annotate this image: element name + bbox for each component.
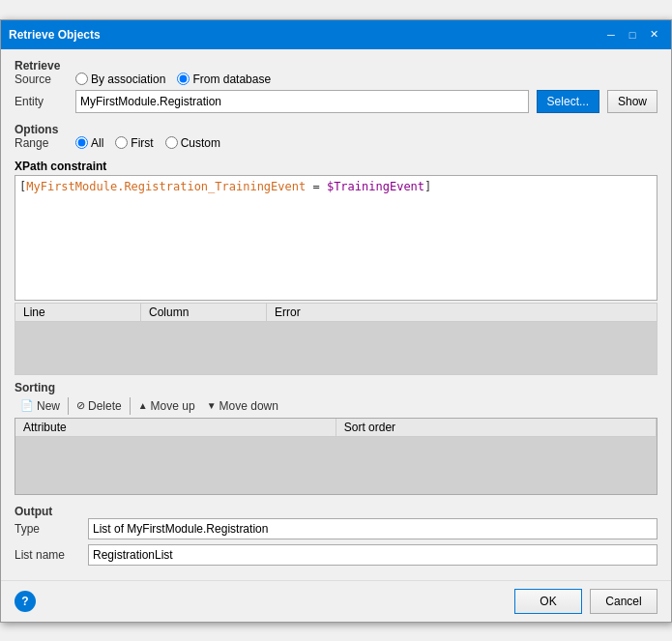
toolbar-separator-1 <box>68 397 69 415</box>
custom-radio[interactable] <box>165 136 178 149</box>
from-database-radio[interactable] <box>177 73 190 85</box>
all-radio[interactable] <box>75 136 88 149</box>
cancel-button[interactable]: Cancel <box>590 589 657 614</box>
type-input[interactable] <box>88 518 657 539</box>
sort-table-container: Attribute Sort order <box>15 418 657 495</box>
options-section-label: Options <box>15 123 657 136</box>
sorting-section: Sorting 📄 New ⊘ Delete ▲ Move up ▼ <box>15 381 657 495</box>
column-col-header: Column <box>141 303 267 321</box>
retrieve-section: Retrieve Source By association From data… <box>15 59 657 117</box>
range-radio-group: All First Custom <box>75 136 220 150</box>
list-name-label: List name <box>15 548 80 562</box>
xpath-section-label: XPath constraint <box>15 160 657 173</box>
new-button[interactable]: 📄 New <box>15 397 66 415</box>
error-table-container: Line Column Error <box>15 303 657 375</box>
move-up-label: Move up <box>151 399 195 413</box>
entity-input[interactable] <box>75 90 529 113</box>
sorting-section-label: Sorting <box>15 381 657 394</box>
move-down-label: Move down <box>219 399 278 413</box>
error-col-header: Error <box>267 303 657 321</box>
footer-buttons: OK Cancel <box>514 589 657 614</box>
delete-icon: ⊘ <box>76 399 85 412</box>
delete-button[interactable]: ⊘ Delete <box>71 397 128 415</box>
move-up-button[interactable]: ▲ Move up <box>132 397 201 415</box>
attribute-col-header: Attribute <box>15 419 336 437</box>
xpath-bracket-close: ] <box>424 180 431 193</box>
error-table-header: Line Column Error <box>15 303 657 322</box>
output-section: Output Type List name <box>15 505 657 570</box>
type-label: Type <box>15 522 80 536</box>
type-row: Type <box>15 518 657 539</box>
close-button[interactable]: ✕ <box>644 26 663 44</box>
title-bar: Retrieve Objects ─ □ ✕ <box>1 20 671 49</box>
minimize-button[interactable]: ─ <box>601 26 621 44</box>
from-database-label: From database <box>192 73 271 86</box>
source-row: Source By association From database <box>15 73 657 86</box>
move-down-icon: ▼ <box>207 400 217 411</box>
all-radio-item[interactable]: All <box>75 136 103 150</box>
by-association-radio[interactable] <box>75 73 88 85</box>
from-database-radio-item[interactable]: From database <box>177 73 271 86</box>
move-up-icon: ▲ <box>138 400 148 411</box>
sort-table: Attribute Sort order <box>15 419 657 437</box>
new-label: New <box>37 399 60 413</box>
move-down-button[interactable]: ▼ Move down <box>201 397 284 415</box>
first-label: First <box>131 136 153 150</box>
title-bar-buttons: ─ □ ✕ <box>601 26 663 44</box>
select-button[interactable]: Select... <box>537 90 599 113</box>
help-button[interactable]: ? <box>15 591 36 612</box>
delete-label: Delete <box>88 399 122 413</box>
entity-label: Entity <box>15 95 68 108</box>
xpath-equals: = <box>306 180 327 193</box>
xpath-editor-container[interactable]: [MyFirstModule.Registration_TrainingEven… <box>15 175 657 301</box>
sorting-toolbar: 📄 New ⊘ Delete ▲ Move up ▼ Move down <box>15 394 657 418</box>
sort-order-col-header: Sort order <box>336 419 656 437</box>
retrieve-section-label: Retrieve <box>15 59 657 73</box>
line-col-header: Line <box>15 303 141 321</box>
range-label: Range <box>15 136 68 150</box>
maximize-button[interactable]: □ <box>623 26 642 44</box>
list-name-row: List name <box>15 544 657 566</box>
first-radio[interactable] <box>115 136 128 149</box>
dialog-content: Retrieve Source By association From data… <box>1 49 671 580</box>
dialog-title: Retrieve Objects <box>9 28 101 42</box>
options-section: Options Range All First Custom <box>15 123 657 154</box>
show-button[interactable]: Show <box>607 90 657 113</box>
dialog-retrieve-objects: Retrieve Objects ─ □ ✕ Retrieve Source B… <box>0 19 672 623</box>
custom-label: Custom <box>181 136 220 150</box>
by-association-label: By association <box>91 73 165 86</box>
source-label: Source <box>15 73 68 86</box>
by-association-radio-item[interactable]: By association <box>75 73 165 86</box>
new-icon: 📄 <box>20 399 34 412</box>
entity-row: Entity Select... Show <box>15 90 657 113</box>
range-row: Range All First Custom <box>15 136 657 150</box>
source-radio-group: By association From database <box>75 73 271 86</box>
dialog-footer: ? OK Cancel <box>1 580 671 622</box>
toolbar-separator-2 <box>130 397 131 415</box>
output-section-label: Output <box>15 505 657 518</box>
first-radio-item[interactable]: First <box>115 136 153 150</box>
xpath-section: XPath constraint [MyFirstModule.Registra… <box>15 160 657 375</box>
xpath-variable: $TrainingEvent <box>327 180 424 193</box>
list-name-input[interactable] <box>88 544 657 566</box>
all-label: All <box>91 136 103 150</box>
error-table-body <box>15 322 657 375</box>
ok-button[interactable]: OK <box>514 589 582 614</box>
xpath-entity: MyFirstModule.Registration_TrainingEvent <box>26 180 306 193</box>
custom-radio-item[interactable]: Custom <box>165 136 220 150</box>
